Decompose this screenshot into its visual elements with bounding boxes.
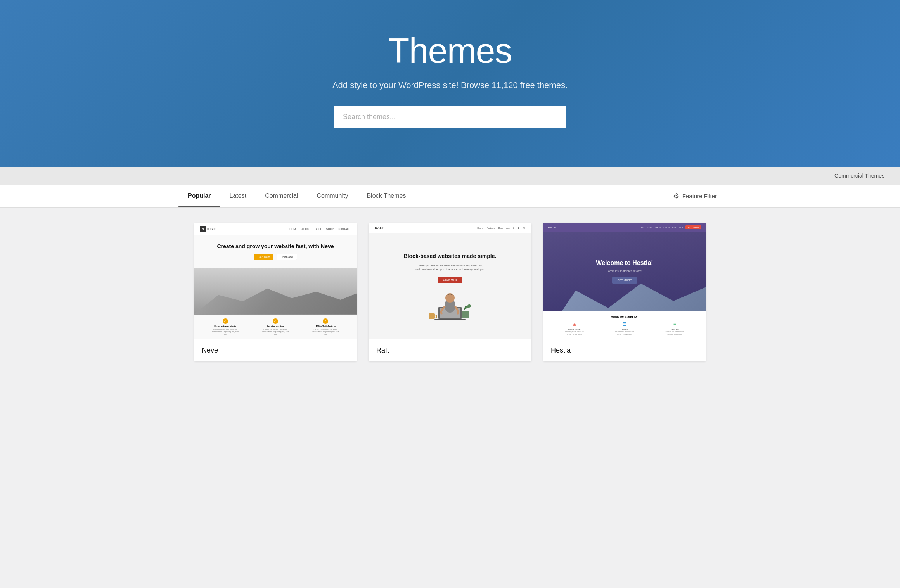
hero-subtitle: Add style to your WordPress site! Browse… xyxy=(8,80,892,90)
hestia-feature-desc-1: Lorem ipsum dolor sit amet consectetur xyxy=(563,330,586,336)
tabs-inner: Popular Latest Commercial Community Bloc… xyxy=(178,185,722,207)
feature-filter-button[interactable]: ⚙ Feature Filter xyxy=(668,189,722,203)
neve-logo: N Neve xyxy=(200,226,216,232)
hestia-preview: Hestia! SECTIONS SHOP BLOG CONTACT BUY N… xyxy=(543,223,706,339)
hestia-nav-links: SECTIONS SHOP BLOG CONTACT BUY NOW xyxy=(640,225,702,229)
neve-feature-title-1: Fixed price projects xyxy=(212,325,239,327)
tab-popular[interactable]: Popular xyxy=(178,185,220,207)
neve-feature-title-3: 100% Satisfaction xyxy=(312,325,339,327)
neve-nav-links: HOME ABOUT BLOG SHOP CONTACT xyxy=(289,228,351,230)
hestia-feature-responsive: ⊞ Responsive Lorem ipsum dolor sit amet … xyxy=(563,322,586,336)
theme-preview-neve: N Neve HOME ABOUT BLOG SHOP CONTACT xyxy=(194,223,357,339)
raft-learn-btn[interactable]: Learn More xyxy=(438,277,462,283)
tabs-section: Popular Latest Commercial Community Bloc… xyxy=(0,185,900,208)
themes-section: N Neve HOME ABOUT BLOG SHOP CONTACT xyxy=(178,208,722,385)
neve-feature-3: ✓ 100% Satisfaction Lorem ipsum dolor si… xyxy=(312,318,339,336)
tab-commercial[interactable]: Commercial xyxy=(256,185,307,207)
neve-feature-desc-2: Lorem ipsum dolor sit amet, consectetur … xyxy=(262,328,289,336)
neve-logo-box: N xyxy=(200,226,206,232)
tabs-list: Popular Latest Commercial Community Bloc… xyxy=(178,185,415,207)
hestia-feature-desc-2: Lorem ipsum dolor sit amet consectetur xyxy=(613,330,636,336)
hestia-hero-title: Welcome to Hestia! xyxy=(596,259,653,266)
hestia-feature-desc-3: Lorem ipsum dolor sit amet consectetur xyxy=(663,330,686,336)
neve-hero-content: Create and grow your website fast, with … xyxy=(194,235,357,268)
neve-download-btn[interactable]: Download xyxy=(277,254,297,260)
raft-nav: RAFT Home Patterns Blog Ask f ✦ 𝕏 xyxy=(369,223,531,233)
neve-feature-title-2: Receive on time xyxy=(262,325,289,327)
neve-theme-label: Neve xyxy=(194,339,357,361)
page-wrapper: Themes Add style to your WordPress site!… xyxy=(0,0,900,588)
quality-icon: ☰ xyxy=(613,322,636,327)
hestia-features-title: What we stand for xyxy=(549,315,700,318)
hestia-hero-content: Welcome to Hestia! Lorem ipsum dolores s… xyxy=(543,232,706,311)
neve-hero-title: Create and grow your website fast, with … xyxy=(203,243,348,250)
raft-illustration xyxy=(427,289,473,320)
theme-card-raft[interactable]: RAFT Home Patterns Blog Ask f ✦ 𝕏 xyxy=(369,223,531,361)
neve-feature-1: ✓ Fixed price projects Lorem ipsum dolor… xyxy=(212,318,239,336)
neve-nav: N Neve HOME ABOUT BLOG SHOP CONTACT xyxy=(194,223,357,235)
neve-feature-desc-3: Lorem ipsum dolor sit amet, consectetur … xyxy=(312,328,339,336)
search-input[interactable] xyxy=(334,106,566,128)
gear-icon: ⚙ xyxy=(673,192,679,200)
neve-feature-2: ✓ Receive on time Lorem ipsum dolor sit … xyxy=(262,318,289,336)
theme-card-hestia[interactable]: Hestia! SECTIONS SHOP BLOG CONTACT BUY N… xyxy=(543,223,706,361)
hestia-feature-quality: ☰ Quality Lorem ipsum dolor sit amet con… xyxy=(613,322,636,336)
theme-preview-raft: RAFT Home Patterns Blog Ask f ✦ 𝕏 xyxy=(369,223,531,339)
hestia-brand: Hestia! xyxy=(548,226,556,229)
search-container xyxy=(334,106,566,128)
hestia-see-more-btn[interactable]: SEE MORE xyxy=(612,277,637,284)
themes-grid: N Neve HOME ABOUT BLOG SHOP CONTACT xyxy=(194,223,706,361)
hestia-nav: Hestia! SECTIONS SHOP BLOG CONTACT BUY N… xyxy=(543,223,706,232)
theme-card-neve[interactable]: N Neve HOME ABOUT BLOG SHOP CONTACT xyxy=(194,223,357,361)
raft-theme-label: Raft xyxy=(369,339,531,361)
support-icon: ≡ xyxy=(663,322,686,327)
raft-nav-links: Home Patterns Blog Ask f ✦ 𝕏 xyxy=(477,227,525,230)
responsive-icon: ⊞ xyxy=(563,322,586,327)
feature-filter-label: Feature Filter xyxy=(682,193,717,199)
tab-block-themes[interactable]: Block Themes xyxy=(357,185,415,207)
neve-feature-desc-1: Lorem ipsum dolor sit amet, consectetur … xyxy=(212,328,239,336)
page-title: Themes xyxy=(8,31,892,71)
theme-preview-hestia: Hestia! SECTIONS SHOP BLOG CONTACT BUY N… xyxy=(543,223,706,339)
neve-mountain-illustration xyxy=(194,268,357,314)
hestia-hero-subtitle: Lorem ipsum dolores sit amet xyxy=(607,270,642,272)
raft-preview: RAFT Home Patterns Blog Ask f ✦ 𝕏 xyxy=(369,223,531,339)
hestia-features-row: ⊞ Responsive Lorem ipsum dolor sit amet … xyxy=(549,322,700,336)
hestia-buy-btn[interactable]: BUY NOW xyxy=(685,225,701,229)
neve-preview: N Neve HOME ABOUT BLOG SHOP CONTACT xyxy=(194,223,357,339)
commercial-bar: Commercial Themes xyxy=(0,167,900,185)
svg-point-4 xyxy=(445,293,455,303)
svg-rect-2 xyxy=(434,319,466,320)
neve-features: ✓ Fixed price projects Lorem ipsum dolor… xyxy=(194,315,357,340)
hestia-features-bar: What we stand for ⊞ Responsive Lorem ips… xyxy=(543,311,706,339)
tab-latest[interactable]: Latest xyxy=(220,185,256,207)
raft-title: Block-based websites made simple. xyxy=(404,252,497,259)
svg-rect-5 xyxy=(462,311,469,318)
raft-desc: Lorem ipsum dolor sit amet, consectetur … xyxy=(415,264,485,272)
hero-section: Themes Add style to your WordPress site!… xyxy=(0,0,900,167)
neve-check-1: ✓ xyxy=(223,318,228,324)
svg-rect-6 xyxy=(429,313,435,319)
neve-check-2: ✓ xyxy=(273,318,278,324)
neve-check-3: ✓ xyxy=(323,318,328,324)
raft-nav-title: RAFT xyxy=(375,226,384,230)
hestia-theme-label: Hestia xyxy=(543,339,706,361)
neve-brand: Neve xyxy=(207,227,216,231)
raft-hero: Block-based websites made simple. Lorem … xyxy=(369,233,531,339)
neve-buttons: Start Now Download xyxy=(203,254,348,260)
hestia-feature-support: ≡ Support Lorem ipsum dolor sit amet con… xyxy=(663,322,686,336)
tab-community[interactable]: Community xyxy=(308,185,358,207)
commercial-themes-link[interactable]: Commercial Themes xyxy=(834,173,884,179)
neve-start-btn[interactable]: Start Now xyxy=(254,254,273,260)
